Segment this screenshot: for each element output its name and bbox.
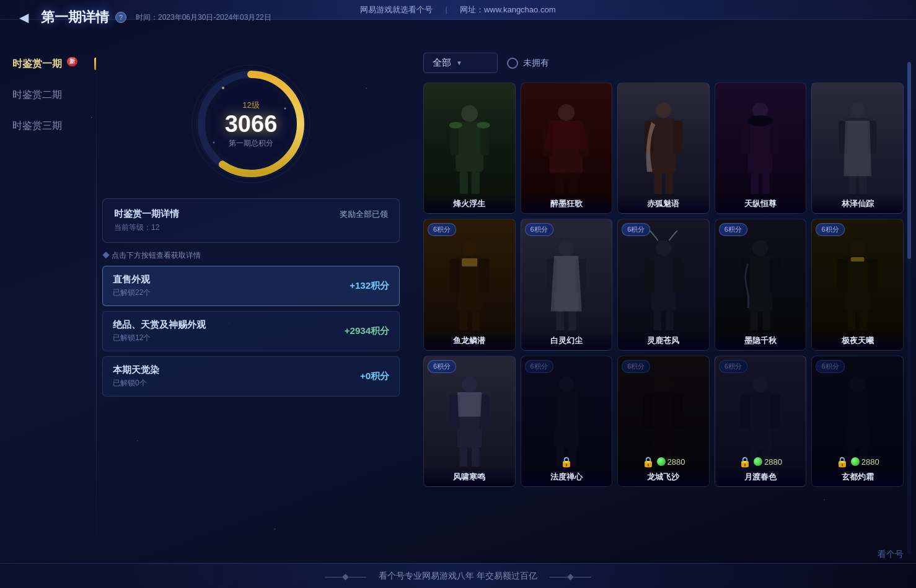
svg-rect-46	[478, 258, 488, 292]
char-card-c4[interactable]: 天纵恒尊	[715, 82, 807, 214]
char-card-c3[interactable]: 赤狐魅语	[617, 82, 710, 214]
char-name-c8: 灵鹿苍风	[618, 330, 709, 350]
top-banner-text1: 网易游戏就选看个号	[360, 4, 433, 15]
svg-rect-55	[568, 312, 576, 330]
score-row-direct[interactable]: 直售外观 已解锁22个 +132积分	[102, 266, 400, 306]
char-image-c2	[530, 94, 602, 194]
svg-point-8	[291, 148, 292, 149]
score-number: 3066	[225, 112, 278, 136]
char-card-c10[interactable]: 6积分 极夜天曦	[811, 219, 904, 350]
char-image-c3	[627, 94, 700, 194]
back-button[interactable]: ◀	[12, 6, 35, 29]
char-figure-c7	[521, 219, 612, 330]
svg-rect-28	[654, 173, 662, 194]
char-image-c10	[821, 230, 894, 330]
char-name-c12: 法度禅心	[521, 467, 612, 486]
svg-point-6	[284, 108, 286, 110]
svg-rect-61	[666, 312, 674, 330]
char-name-c15: 玄都灼霜	[812, 467, 903, 486]
char-card-c13[interactable]: 6积分 🔒 2880	[617, 356, 710, 487]
svg-rect-12	[480, 125, 488, 155]
svg-rect-9	[461, 105, 478, 122]
sidebar-item-period1-label: 时鉴赏一期	[12, 58, 62, 69]
score-circle-container: 12级 3066 第一期总积分	[102, 62, 400, 186]
sidebar: 时鉴赏一期 新 时鉴赏二期 时鉴赏三期	[0, 50, 96, 140]
char-card-c8[interactable]: 6积分 灵鹿苍风	[617, 219, 710, 350]
svg-rect-68	[850, 240, 865, 256]
score-circle: 12级 3066 第一期总积分	[189, 62, 313, 186]
score-inner: 12级 3066 第一期总积分	[225, 100, 278, 149]
char-figure-c8	[618, 219, 709, 330]
score-row-direct-title: 直售外观	[113, 274, 151, 286]
svg-rect-79	[459, 448, 467, 467]
char-card-c11[interactable]: 6积分 风啸寒鸣	[423, 356, 516, 487]
char-card-c9[interactable]: 6积分 墨隐千秋	[715, 219, 807, 350]
svg-rect-42	[859, 173, 867, 194]
chevron-down-icon: ▼	[456, 59, 462, 66]
radio-label-text: 未拥有	[523, 58, 549, 69]
svg-rect-54	[557, 312, 565, 330]
not-owned-filter[interactable]: 未拥有	[507, 58, 549, 69]
score-row-dye[interactable]: 本期天觉染 已解锁0个 +0积分	[102, 356, 400, 397]
filter-row: 全部 ▼ 未拥有	[423, 53, 907, 73]
char-figure-c6	[424, 219, 515, 330]
char-name-c3: 赤狐魅语	[618, 193, 709, 213]
char-image-c8	[627, 230, 700, 330]
help-icon[interactable]: ?	[115, 12, 126, 23]
bottom-banner: ——◆—— 看个号专业网易游戏八年 年交易额过百亿 ——◆——	[0, 563, 916, 588]
score-row-premium[interactable]: 绝品、天赏及神赐外观 已解锁12个 +2934积分	[102, 311, 400, 351]
svg-rect-62	[753, 240, 768, 256]
category-dropdown[interactable]: 全部 ▼	[423, 53, 498, 73]
char-name-c7: 白灵幻尘	[521, 330, 612, 350]
dropdown-value: 全部	[433, 57, 451, 69]
char-card-c2[interactable]: 醉墨狂歌	[521, 82, 613, 214]
char-card-c7[interactable]: 6积分 白灵幻尘	[521, 219, 613, 350]
character-grid: 烽火浮生 醉墨狂歌	[423, 82, 907, 487]
svg-rect-72	[848, 312, 856, 330]
sidebar-item-period3[interactable]: 时鉴赏三期	[0, 112, 96, 140]
time-info: 时间：2023年06月30日-2024年03月22日	[136, 12, 271, 23]
char-figure-c9	[715, 219, 806, 330]
left-divider	[96, 50, 97, 557]
char-card-c12[interactable]: 6积分 🔒 法度禅心	[521, 356, 613, 487]
char-figure-c11	[424, 356, 515, 467]
sidebar-item-period1[interactable]: 时鉴赏一期 新	[0, 50, 96, 78]
svg-rect-57	[651, 256, 676, 311]
char-card-c5[interactable]: 林泽仙踪	[811, 82, 904, 214]
header: ◀ 第一期详情 ? 时间：2023年06月30日-2024年03月22日	[12, 6, 271, 29]
char-image-c5	[821, 94, 894, 194]
char-image-c1	[433, 94, 506, 194]
char-card-c6[interactable]: 6积分 鱼龙鳞潜	[423, 219, 516, 350]
svg-rect-47	[459, 312, 467, 330]
svg-marker-23	[544, 121, 588, 149]
lock-cost-c15: 2880	[851, 457, 879, 467]
svg-rect-69	[845, 256, 870, 311]
score-row-direct-left: 直售外观 已解锁22个	[113, 274, 151, 298]
svg-rect-45	[450, 258, 460, 292]
char-name-c2: 醉墨狂歌	[521, 193, 612, 213]
page-title: 第一期详情	[41, 8, 109, 27]
svg-rect-67	[763, 312, 771, 330]
char-name-c10: 极夜天曦	[812, 330, 903, 350]
char-figure-c1	[424, 83, 515, 194]
svg-rect-74	[851, 257, 864, 261]
svg-rect-13	[459, 172, 467, 194]
char-image-c9	[724, 230, 796, 330]
sidebar-item-period2-label: 时鉴赏二期	[12, 89, 62, 100]
score-row-direct-value: +132积分	[350, 280, 389, 292]
char-card-c1[interactable]: 烽火浮生	[423, 82, 516, 214]
sidebar-item-period2[interactable]: 时鉴赏二期	[0, 81, 96, 109]
info-panel-header: 时鉴赏一期详情 奖励全部已领	[114, 208, 388, 220]
char-card-c14[interactable]: 6积分 🔒 2880	[715, 356, 807, 487]
bottom-arrow-left: ——◆——	[325, 571, 366, 581]
svg-rect-66	[751, 312, 759, 330]
back-icon: ◀	[19, 10, 29, 25]
score-row-premium-sub: 已解锁12个	[113, 333, 206, 343]
svg-rect-49	[462, 258, 477, 266]
char-image-c4	[724, 94, 796, 194]
lock-cost-value-c13: 2880	[667, 457, 685, 467]
char-figure-c10	[812, 219, 903, 330]
svg-rect-32	[742, 121, 751, 154]
char-card-c15[interactable]: 6积分 🔒 2880	[811, 356, 904, 487]
svg-rect-70	[838, 258, 848, 292]
